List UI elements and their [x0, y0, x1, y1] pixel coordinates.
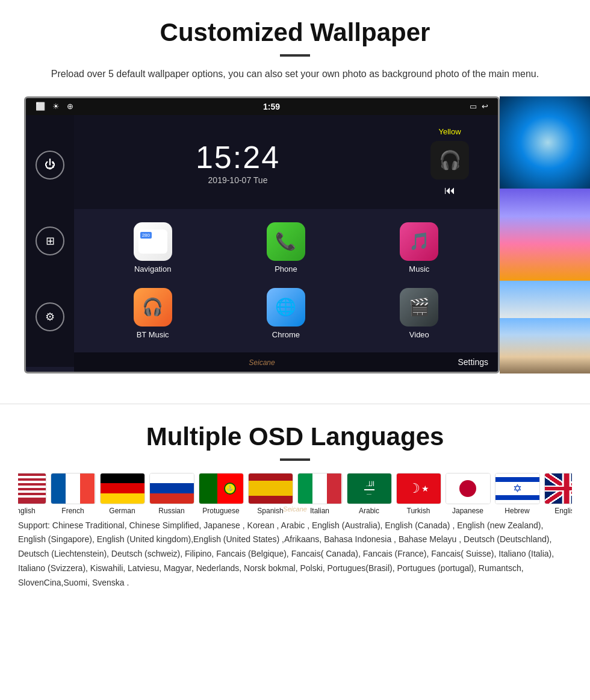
flag-item-turkish: ☽ ★ Turkish: [395, 473, 442, 515]
flag-label-spanish: Spanish: [257, 507, 283, 515]
flag-label-hebrew: Hebrew: [505, 507, 529, 515]
flag-france: [51, 473, 96, 504]
app-btmusic[interactable]: 🎧 BT Music: [86, 281, 219, 346]
main-time: 15:24: [196, 139, 280, 175]
music-label: Yellow: [438, 127, 461, 136]
israel-star: ✡: [495, 483, 539, 494]
flags-row: ★★★★★★★★★: [18, 473, 572, 515]
support-text: Support: Chinese Traditional, Chinese Si…: [18, 519, 572, 602]
wallpaper-ice[interactable]: [500, 96, 590, 189]
wallpaper-city[interactable]: [500, 189, 590, 281]
flag-label-japanese: Japanese: [452, 507, 483, 515]
video-label: Video: [409, 330, 429, 339]
flag-label-arabic: Arabic: [359, 507, 379, 515]
music-controls: ⏮: [444, 184, 455, 197]
apps-button[interactable]: ⊞: [36, 227, 64, 255]
russia-white-stripe: [150, 473, 194, 484]
app-navigation[interactable]: Navigation: [86, 215, 219, 281]
status-time: 1:59: [263, 102, 280, 111]
flag-turkey: ☽ ★: [396, 473, 441, 504]
main-date: 2019-10-07 Tue: [208, 175, 268, 185]
flag-label-portuguese: Protuguese: [202, 507, 239, 515]
flag-japan: [446, 473, 491, 504]
phone-label: Phone: [275, 264, 297, 273]
time-date-section: 15:24 2019-10-07 Tue: [74, 121, 402, 203]
flag-item-japanese: Japanese: [444, 473, 491, 515]
music-section: Yellow 🎧 ⏮: [402, 121, 498, 203]
btmusic-label: BT Music: [137, 330, 169, 339]
top-info-row: 15:24 2019-10-07 Tue Yellow 🎧 ⏮: [74, 115, 498, 209]
location-icon: ⊕: [67, 102, 73, 111]
phone-icon: 📞: [267, 222, 305, 261]
germany-red-stripe: [101, 483, 144, 493]
italy-red-stripe: [327, 473, 341, 504]
flag-item-hebrew: ✡ Hebrew: [494, 473, 541, 515]
device-main-content: ⏻ ⊞ ⚙ 15:24 2019-10-07 Tue Yellow: [26, 115, 498, 367]
france-blue-stripe: [51, 473, 66, 504]
flag-item-portuguese: ⚓ Protuguese: [197, 473, 244, 515]
back-icon: ↩: [482, 102, 488, 111]
france-white-stripe: [66, 473, 80, 504]
prev-track-icon[interactable]: ⏮: [444, 184, 455, 197]
flag-item-german: German: [99, 473, 146, 515]
flag-israel: ✡: [495, 473, 540, 504]
flag-item-french: French: [49, 473, 96, 515]
device-sidebar: ⏻ ⊞ ⚙: [26, 115, 74, 367]
settings-label: Settings: [458, 357, 488, 367]
italy-green-stripe: [298, 473, 312, 504]
app-chrome[interactable]: 🌐 Chrome: [219, 281, 352, 346]
russia-red-stripe: [150, 493, 194, 504]
device-screen: ⬜ ☀ ⊕ 1:59 ▭ ↩ ⏻ ⊞ ⚙: [24, 96, 500, 373]
wallpaper-description: Preload over 5 default wallpaper options…: [18, 66, 572, 82]
germany-gold-stripe: [101, 493, 144, 504]
flag-label-english-uk: English: [554, 507, 572, 515]
device-content-area: 15:24 2019-10-07 Tue Yellow 🎧 ⏮: [74, 115, 498, 367]
flag-item-italian: Italian: [296, 473, 343, 515]
power-button[interactable]: ⏻: [36, 151, 64, 180]
status-bar: ⬜ ☀ ⊕ 1:59 ▭ ↩: [26, 98, 498, 115]
wallpaper-previews: [500, 96, 590, 373]
flag-label-english: English: [18, 507, 36, 515]
flag-label-italian: Italian: [310, 507, 329, 515]
russia-blue-stripe: [150, 483, 194, 493]
chrome-icon: 🌐: [267, 288, 305, 327]
status-right-icons: ▭ ↩: [470, 102, 488, 111]
chrome-label: Chrome: [272, 330, 300, 339]
navigation-icon: [134, 222, 172, 261]
flag-label-turkish: Turkish: [407, 507, 430, 515]
flag-uk: [544, 473, 573, 504]
video-icon: 🎬: [400, 288, 438, 327]
settings-bar[interactable]: Settings: [74, 352, 498, 372]
home-icon: ⬜: [36, 102, 45, 111]
music-icon: 🎵: [400, 222, 438, 261]
navigation-label: Navigation: [134, 264, 171, 273]
status-left-icons: ⬜ ☀ ⊕: [36, 102, 73, 111]
settings-button[interactable]: ⚙: [36, 302, 64, 331]
device-watermark: Seicane: [249, 358, 275, 367]
title-divider: [280, 54, 310, 57]
flag-item-english-uk: English: [543, 473, 572, 515]
flag-label-russian: Russian: [158, 507, 184, 515]
israel-top-stripe: [495, 477, 539, 482]
app-music[interactable]: 🎵 Music: [353, 215, 486, 281]
flag-russia: [149, 473, 194, 504]
flag-item-russian: Russian: [148, 473, 195, 515]
app-grid: Navigation 📞 Phone 🎵 Music 🎧 BT Mus: [74, 209, 498, 352]
flag-label-french: French: [61, 507, 84, 515]
btmusic-icon: 🎧: [134, 288, 172, 327]
wallpaper-bridge[interactable]: [500, 281, 590, 373]
music-label-text: Music: [409, 264, 429, 273]
app-video[interactable]: 🎬 Video: [353, 281, 486, 346]
flag-item-arabic: اللہ — Arabic: [346, 473, 393, 515]
app-phone[interactable]: 📞 Phone: [219, 215, 352, 281]
wallpaper-section: Customized Wallpaper Preload over 5 defa…: [0, 0, 590, 386]
portugal-red-stripe: ⚓: [217, 473, 243, 504]
france-red-stripe: [80, 473, 95, 504]
japan-circle: [459, 480, 476, 497]
israel-bottom-stripe: [495, 495, 539, 500]
flag-spain: [248, 473, 293, 504]
flag-item-spanish: Spanish: [247, 473, 294, 515]
portugal-green-stripe: [199, 473, 217, 504]
flag-arabic: اللہ —: [347, 473, 392, 504]
window-icon: ▭: [470, 102, 477, 111]
